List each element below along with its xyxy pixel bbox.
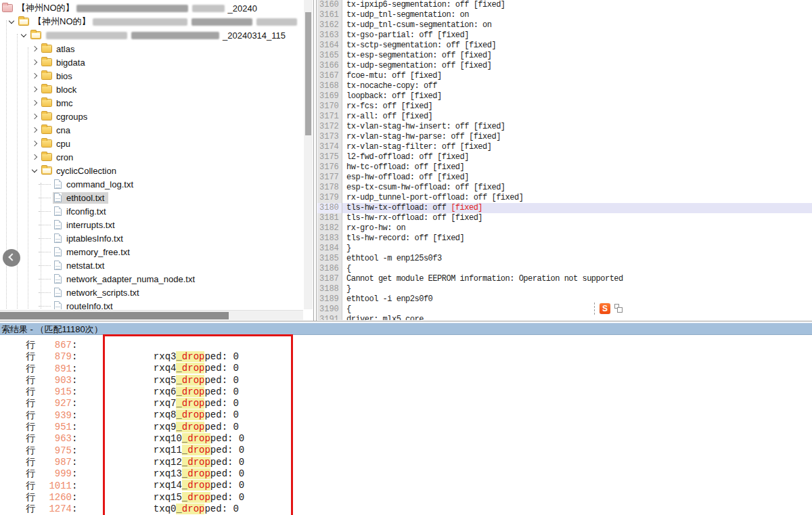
tree-file-netstat-txt[interactable]: netstat.txt	[0, 259, 303, 272]
tree-vertical-scrollbar[interactable]	[304, 0, 313, 309]
tree-folder-bios[interactable]: bios	[0, 69, 303, 83]
redacted-text	[93, 18, 187, 26]
horizontal-splitter[interactable]	[0, 321, 812, 321]
tree-file-interrupts-txt[interactable]: interrupts.txt	[0, 218, 303, 231]
chevron-down-icon[interactable]	[9, 18, 14, 23]
editor-line: 3161 tx-udp_tnl-segmentation: on	[317, 10, 812, 20]
chevron-right-icon[interactable]	[32, 114, 37, 119]
tree-vertical-scrollbar-thumb[interactable]	[305, 12, 311, 135]
result-row-label: 行	[26, 457, 37, 468]
tree-folder-atlas[interactable]: atlas	[0, 42, 303, 55]
chevron-right-icon[interactable]	[32, 73, 37, 79]
tree-folder-cgroups[interactable]: cgroups	[0, 110, 303, 123]
collapse-panel-button[interactable]	[3, 249, 20, 267]
open-folder-icon	[18, 18, 29, 26]
tree-file-memory_free-txt[interactable]: memory_free.txt	[0, 245, 303, 259]
editor-line-text: hw-tc-offload: off [fixed]	[342, 162, 464, 173]
tree-horizontal-scrollbar[interactable]	[0, 310, 303, 320]
chevron-right-icon[interactable]	[32, 154, 37, 160]
tree-file-routeInfo-txt[interactable]: routeInfo.txt	[0, 299, 303, 309]
tree-node-item[interactable]: 【神州NO的】	[0, 15, 303, 28]
chevron-right-icon[interactable]	[32, 60, 37, 65]
editor-line: 3173 rx-vlan-stag-hw-parse: off [fixed]	[317, 132, 812, 142]
tree-folder-cron[interactable]: cron	[0, 150, 303, 164]
redacted-text	[191, 18, 252, 26]
tree-horizontal-scrollbar-thumb[interactable]	[0, 312, 229, 319]
editor-line-number: 3165	[317, 51, 342, 61]
tree-folder-bigdata[interactable]: bigdata	[0, 55, 303, 69]
editor-line: 3172 tx-vlan-stag-hw-insert: off [fixed]	[317, 122, 812, 132]
result-row-label: 行	[26, 363, 37, 375]
tree-folder-bmc[interactable]: bmc	[0, 96, 303, 110]
editor-line: 3170 rx-fcs: off [fixed]	[317, 102, 812, 112]
tree-node-item[interactable]: _20240314_115	[0, 28, 303, 42]
tree-file-command_log-txt[interactable]: command_log.txt	[0, 177, 303, 191]
tree-file-ethtool-txt[interactable]: ethtool.txt	[0, 191, 303, 204]
editor-line: 3189 ethtool -i enp2s0f0	[317, 294, 812, 305]
tree-file-label: netstat.txt	[66, 261, 104, 271]
tree-folder-cna[interactable]: cna	[0, 123, 303, 137]
editor-line: 3175 l2-fwd-offload: off [fixed]	[317, 152, 812, 162]
folder-icon	[41, 85, 52, 93]
annotation-red-rectangle	[103, 334, 293, 515]
chevron-right-icon[interactable]	[32, 127, 37, 133]
editor-line-number: 3166	[317, 61, 342, 71]
chevron-right-icon[interactable]	[32, 46, 37, 51]
chevron-down-icon[interactable]	[21, 31, 26, 37]
tree-file-label: routeInfo.txt	[66, 301, 113, 310]
folder-icon	[41, 112, 52, 120]
ime-drag-handle[interactable]	[594, 303, 595, 315]
editor-line: 3174 rx-vlan-stag-filter: off [fixed]	[317, 142, 812, 152]
open-folder-icon	[30, 31, 41, 39]
file-icon	[54, 179, 62, 189]
editor-line-number: 3181	[317, 213, 342, 223]
search-results-header: 索结果 - （匹配11180次）	[0, 323, 812, 335]
ime-toolbox-icon[interactable]	[614, 304, 623, 313]
editor-line: 3163 tx-gso-partial: off [fixed]	[317, 30, 812, 41]
tree-root-label: 【神州NO的】	[17, 2, 74, 14]
tree-file-ifconfig-txt[interactable]: ifconfig.txt	[0, 204, 303, 218]
editor-line-number: 3167	[317, 71, 342, 81]
result-colon: :	[72, 457, 77, 468]
tree-file-network_adapter_numa_node-txt[interactable]: network_adapter_numa_node.txt	[0, 272, 303, 286]
tree-root-item[interactable]: 【神州NO的】 _20240	[0, 1, 303, 15]
chevron-right-icon[interactable]	[32, 100, 37, 106]
text-viewer[interactable]: 3160 tx-ipxip6-segmentation: off [fixed]…	[317, 0, 812, 320]
ime-sogou-icon[interactable]: S	[600, 303, 610, 314]
result-row-label: 行	[26, 468, 37, 480]
result-colon: :	[72, 410, 77, 422]
chevron-right-icon[interactable]	[32, 141, 37, 146]
folder-icon	[41, 58, 52, 66]
editor-line-number: 3178	[317, 183, 342, 193]
editor-line-number: 3180	[317, 203, 342, 213]
tree-file-network_scripts-txt[interactable]: network_scripts.txt	[0, 286, 303, 299]
tree-folder-cycliccollection[interactable]: cyclicCollection	[0, 164, 303, 177]
result-row-label: 行	[26, 480, 37, 492]
editor-line-text: tls-hw-rx-offload: off [fixed]	[342, 213, 482, 223]
editor-line-text: rx-fcs: off [fixed]	[342, 102, 432, 112]
tree-file-iptablesInfo-txt[interactable]: iptablesInfo.txt	[0, 231, 303, 245]
tree-folder-block[interactable]: block	[0, 83, 303, 96]
file-icon	[54, 233, 62, 243]
editor-line: 3165 tx-esp-segmentation: off [fixed]	[317, 51, 812, 61]
result-colon: :	[72, 422, 77, 433]
chevron-down-icon[interactable]	[32, 166, 37, 172]
editor-line: 3171 rx-all: off [fixed]	[317, 112, 812, 122]
tree-folder-cpu[interactable]: cpu	[0, 137, 303, 150]
result-colon: :	[72, 433, 77, 445]
tree-file-label: network_adapter_numa_node.txt	[66, 274, 195, 284]
result-colon: :	[72, 468, 77, 480]
tree-file-label: interrupts.txt	[66, 220, 115, 230]
editor-line-text: esp-tx-csum-hw-offload: off [fixed]	[342, 183, 505, 193]
chevron-right-icon[interactable]	[32, 87, 37, 92]
result-line-number: 951	[37, 422, 72, 433]
panel-divider[interactable]	[313, 0, 317, 321]
editor-line-number: 3164	[317, 41, 342, 51]
editor-line-text: {	[342, 305, 351, 315]
result-colon: :	[72, 351, 77, 363]
editor-line-number: 3162	[317, 20, 342, 30]
editor-line-number: 3171	[317, 112, 342, 122]
folder-icon	[41, 99, 52, 107]
result-colon: :	[72, 375, 77, 386]
tree-folder-label: bmc	[56, 98, 73, 108]
